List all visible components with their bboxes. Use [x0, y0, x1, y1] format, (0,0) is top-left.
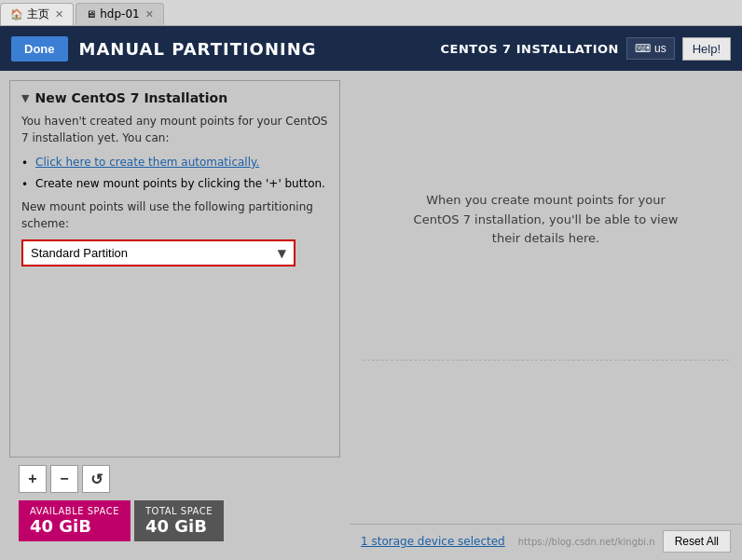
- tab-hdp01-label: hdp-01: [100, 7, 139, 20]
- screen-icon: 🖥: [86, 8, 96, 20]
- bullet-2-text: Create new mount points by clicking the …: [35, 177, 325, 190]
- add-mount-point-button[interactable]: +: [19, 465, 47, 493]
- keyboard-icon: ⌨: [635, 42, 651, 55]
- help-button[interactable]: Help!: [682, 37, 731, 61]
- left-panel: ▼ New CentOS 7 Installation You haven't …: [0, 71, 350, 558]
- right-panel: When you create mount points for your Ce…: [350, 71, 742, 558]
- install-title-text: New CentOS 7 Installation: [34, 90, 227, 105]
- available-space-badge: AVAILABLE SPACE 40 GiB: [19, 500, 131, 541]
- right-info: When you create mount points for your Ce…: [363, 80, 729, 360]
- header-right: CENTOS 7 INSTALLATION ⌨ us Help!: [441, 37, 731, 61]
- dropdown-container: Standard Partition LVM LVM Thin Provisio…: [23, 241, 294, 265]
- tab-home-label: 主页: [27, 7, 49, 22]
- total-space-value: 40 GiB: [145, 516, 213, 536]
- auto-create-link[interactable]: Click here to create them automatically.: [35, 156, 259, 169]
- home-icon: 🏠: [10, 8, 23, 20]
- keyboard-lang: us: [654, 42, 666, 55]
- right-info-text: When you create mount points for your Ce…: [406, 191, 686, 249]
- triangle-icon: ▼: [21, 92, 29, 104]
- dashed-divider: [363, 360, 729, 361]
- remove-mount-point-button[interactable]: −: [50, 465, 78, 493]
- watermark-text: https://blog.csdn.net/kingbi.n: [518, 537, 655, 547]
- install-content: ▼ New CentOS 7 Installation You haven't …: [10, 81, 339, 457]
- centos-label: CENTOS 7 INSTALLATION: [441, 42, 619, 56]
- partition-scheme-select[interactable]: Standard Partition LVM LVM Thin Provisio…: [23, 241, 294, 265]
- partition-scheme-dropdown-wrapper: Standard Partition LVM LVM Thin Provisio…: [21, 239, 295, 266]
- done-button[interactable]: Done: [11, 36, 68, 61]
- bullet-item-1: • Click here to create them automaticall…: [21, 156, 328, 170]
- status-bar: 1 storage device selected https://blog.c…: [350, 524, 742, 558]
- install-description: You haven't created any mount points for…: [21, 113, 328, 146]
- bottom-buttons: + − ↺: [9, 458, 340, 500]
- available-space-value: 40 GiB: [30, 516, 119, 536]
- scheme-text: New mount points will use the following …: [21, 198, 328, 232]
- total-space-label: TOTAL SPACE: [145, 506, 213, 516]
- install-title: ▼ New CentOS 7 Installation: [21, 90, 328, 105]
- reset-all-button[interactable]: Reset All: [663, 530, 731, 553]
- bullet-item-2: • Create new mount points by clicking th…: [21, 177, 328, 191]
- tab-home-close[interactable]: ✕: [55, 8, 63, 20]
- page-title: MANUAL PARTITIONING: [79, 39, 317, 59]
- tab-home[interactable]: 🏠 主页 ✕: [0, 3, 74, 25]
- tab-hdp01-close[interactable]: ✕: [145, 8, 154, 20]
- refresh-button[interactable]: ↺: [82, 465, 110, 493]
- available-space-label: AVAILABLE SPACE: [30, 506, 119, 516]
- bullet-2: •: [21, 178, 28, 191]
- tab-hdp01[interactable]: 🖥 hdp-01 ✕: [76, 3, 164, 25]
- header: Done MANUAL PARTITIONING CENTOS 7 INSTAL…: [0, 26, 742, 71]
- keyboard-button[interactable]: ⌨ us: [626, 37, 675, 60]
- total-space-badge: TOTAL SPACE 40 GiB: [134, 500, 224, 541]
- storage-device-link[interactable]: 1 storage device selected: [361, 535, 505, 548]
- main-area: ▼ New CentOS 7 Installation You haven't …: [0, 71, 742, 558]
- tab-bar: 🏠 主页 ✕ 🖥 hdp-01 ✕: [0, 0, 742, 26]
- installation-box: ▼ New CentOS 7 Installation You haven't …: [9, 80, 340, 458]
- space-badges: AVAILABLE SPACE 40 GiB TOTAL SPACE 40 Gi…: [9, 500, 340, 549]
- bullet-1: •: [21, 157, 28, 170]
